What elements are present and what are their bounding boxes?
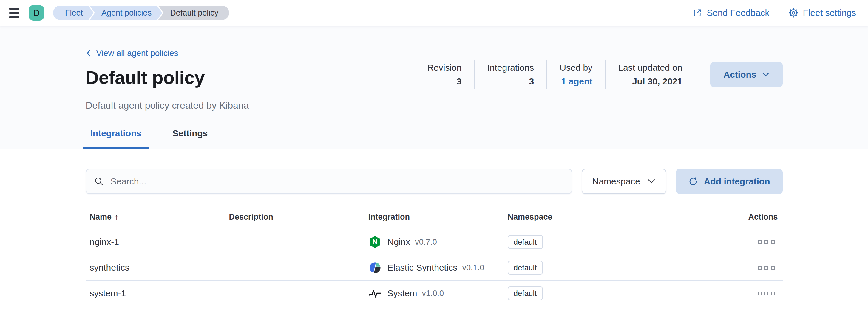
page-subtitle: Default agent policy created by Kibana: [86, 100, 415, 111]
nginx-icon: N: [368, 236, 381, 249]
view-all-agent-policies-link[interactable]: View all agent policies: [86, 48, 178, 58]
integration-cell[interactable]: N Nginx v0.7.0: [364, 236, 503, 249]
page-title: Default policy: [86, 67, 415, 88]
refresh-icon: [688, 177, 698, 186]
integration-version: v0.7.0: [415, 238, 437, 247]
integration-policy-name: system-1: [86, 288, 225, 298]
integration-cell[interactable]: Elastic Synthetics v0.1.0: [364, 261, 503, 274]
integration-version: v0.1.0: [462, 263, 485, 272]
stat-used-by: Used by 1 agent: [547, 60, 606, 89]
send-feedback-button[interactable]: Send Feedback: [693, 8, 769, 18]
used-by-agents-link[interactable]: 1 agent: [560, 77, 592, 87]
integration-cell[interactable]: System v1.0.0: [364, 287, 503, 300]
top-navigation-bar: D Fleet Agent policies Default policy Se…: [0, 0, 868, 26]
search-icon: [94, 176, 104, 186]
policy-page-header: View all agent policies Default policy D…: [0, 26, 868, 149]
column-header-actions: Actions: [713, 212, 783, 222]
search-box: [86, 169, 572, 194]
breadcrumb-default-policy: Default policy: [158, 6, 229, 20]
elastic-synthetics-icon: [368, 261, 381, 274]
boxes-horizontal-icon: [758, 266, 762, 270]
namespace-badge: default: [508, 235, 543, 249]
space-avatar[interactable]: D: [29, 5, 44, 21]
column-header-integration: Integration: [364, 212, 503, 222]
namespace-badge: default: [508, 286, 543, 300]
table-header-row: Name ↑ Description Integration Namespace…: [86, 212, 783, 230]
integration-policy-name: synthetics: [86, 263, 225, 273]
chevron-left-icon: [86, 49, 92, 58]
external-link-icon: [693, 8, 702, 17]
policy-tabs: Integrations Settings: [86, 128, 783, 149]
breadcrumb-fleet[interactable]: Fleet: [53, 6, 94, 20]
table-row: system-1 System v1.0.0 default: [86, 281, 783, 306]
row-actions-button[interactable]: [755, 237, 778, 247]
stat-last-updated: Last updated on Jul 30, 2021: [606, 60, 695, 89]
integrations-table: Name ↑ Description Integration Namespace…: [86, 212, 783, 306]
search-input[interactable]: [111, 176, 564, 186]
namespace-filter-button[interactable]: Namespace: [582, 169, 666, 194]
row-actions-button[interactable]: [755, 288, 778, 298]
actions-button[interactable]: Actions: [710, 62, 782, 87]
column-header-description: Description: [225, 212, 364, 222]
system-icon: [368, 287, 381, 300]
stat-revision: Revision 3: [414, 60, 474, 89]
add-integration-button[interactable]: Add integration: [676, 169, 783, 194]
column-header-name[interactable]: Name ↑: [86, 212, 225, 222]
hamburger-menu-icon: [9, 8, 20, 18]
breadcrumb-agent-policies[interactable]: Agent policies: [90, 6, 162, 20]
namespace-badge: default: [508, 261, 543, 275]
menu-button[interactable]: [0, 0, 29, 26]
svg-text:N: N: [372, 238, 377, 246]
tab-integrations[interactable]: Integrations: [83, 128, 149, 149]
boxes-horizontal-icon: [758, 240, 762, 244]
boxes-horizontal-icon: [758, 292, 762, 296]
gear-icon: [789, 8, 798, 18]
breadcrumb: Fleet Agent policies Default policy: [53, 6, 229, 20]
column-header-namespace: Namespace: [503, 212, 713, 222]
stat-integrations: Integrations 3: [474, 60, 547, 89]
sort-ascending-icon: ↑: [115, 212, 119, 222]
chevron-down-icon: [762, 72, 770, 77]
integrations-panel: Namespace Add integration Name ↑ D: [86, 169, 783, 306]
integration-policy-name: nginx-1: [86, 237, 225, 247]
table-row: nginx-1 N Nginx v0.7.0 default: [86, 230, 783, 255]
table-row: synthetics Elastic Synthetics v0.1.0 def…: [86, 255, 783, 281]
row-actions-button[interactable]: [755, 263, 778, 273]
chevron-down-icon: [647, 179, 656, 184]
tab-settings[interactable]: Settings: [165, 128, 215, 149]
integration-version: v1.0.0: [422, 289, 444, 298]
policy-stats: Revision 3 Integrations 3 Used by 1 agen…: [414, 60, 782, 89]
table-body: nginx-1 N Nginx v0.7.0 default synthetic…: [86, 230, 783, 306]
fleet-settings-button[interactable]: Fleet settings: [789, 8, 856, 18]
